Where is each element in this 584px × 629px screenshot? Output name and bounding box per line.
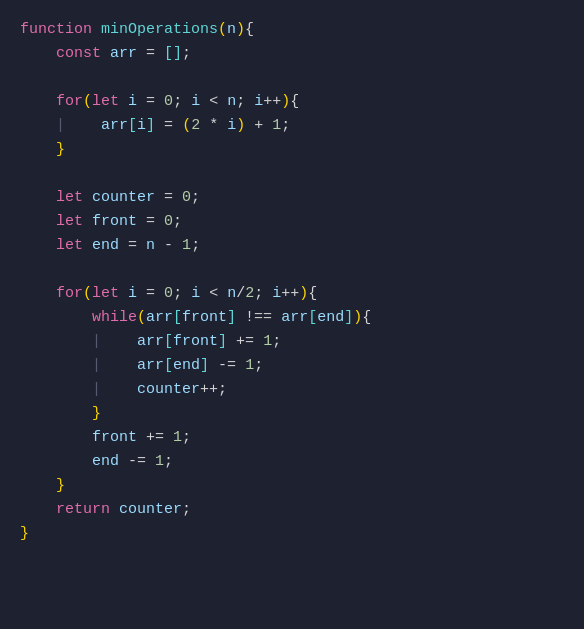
code-line: for(let i = 0; i < n; i++){ [20, 90, 564, 114]
code-line: | arr[front] += 1; [20, 330, 564, 354]
code-line: } [20, 138, 564, 162]
code-line: function minOperations(n){ [20, 18, 564, 42]
code-line: let front = 0; [20, 210, 564, 234]
code-line: for(let i = 0; i < n/2; i++){ [20, 282, 564, 306]
code-line: | arr[i] = (2 * i) + 1; [20, 114, 564, 138]
code-line [20, 66, 564, 90]
code-line: } [20, 474, 564, 498]
code-line [20, 258, 564, 282]
code-line: | arr[end] -= 1; [20, 354, 564, 378]
code-line: while(arr[front] !== arr[end]){ [20, 306, 564, 330]
code-line: const arr = []; [20, 42, 564, 66]
code-line: } [20, 402, 564, 426]
code-line [20, 162, 564, 186]
code-line: return counter; [20, 498, 564, 522]
code-line: let counter = 0; [20, 186, 564, 210]
code-line: let end = n - 1; [20, 234, 564, 258]
code-line: end -= 1; [20, 450, 564, 474]
code-line: | counter++; [20, 378, 564, 402]
code-editor: function minOperations(n){ const arr = [… [0, 0, 584, 629]
code-line: front += 1; [20, 426, 564, 450]
code-line: } [20, 522, 564, 546]
